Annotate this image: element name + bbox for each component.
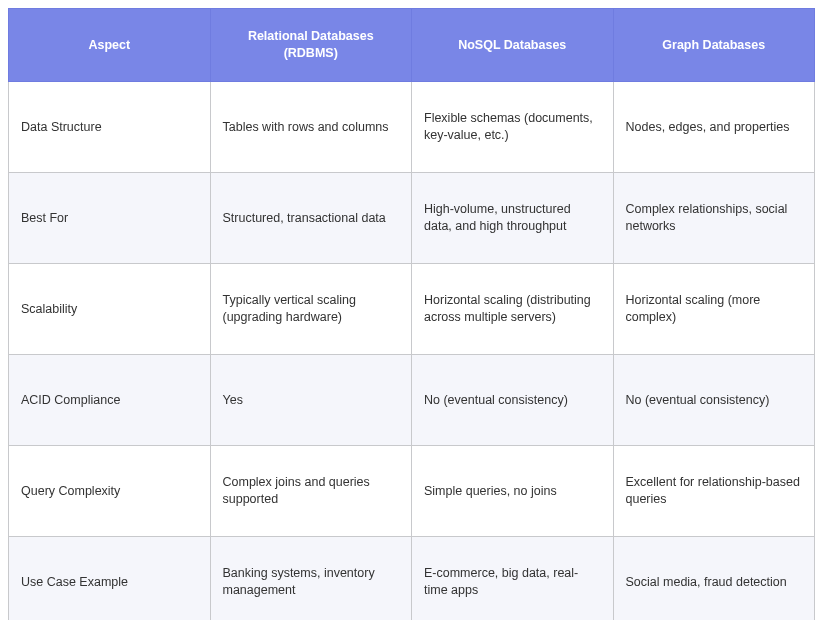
table-row: Use Case Example Banking systems, invent… (9, 537, 815, 621)
cell-nosql: Horizontal scaling (distributing across … (412, 264, 614, 355)
cell-rdbms: Yes (210, 355, 412, 446)
column-header-rdbms: Relational Databases (RDBMS) (210, 9, 412, 82)
cell-nosql: No (eventual consistency) (412, 355, 614, 446)
cell-nosql: E-commerce, big data, real-time apps (412, 537, 614, 621)
cell-graph: Social media, fraud detection (613, 537, 815, 621)
cell-graph: Horizontal scaling (more complex) (613, 264, 815, 355)
cell-graph: Excellent for relationship-based queries (613, 446, 815, 537)
column-header-graph: Graph Databases (613, 9, 815, 82)
cell-aspect: Use Case Example (9, 537, 211, 621)
cell-aspect: Data Structure (9, 82, 211, 173)
cell-aspect: ACID Compliance (9, 355, 211, 446)
database-comparison-table: Aspect Relational Databases (RDBMS) NoSQ… (8, 8, 815, 620)
table-row: Best For Structured, transactional data … (9, 173, 815, 264)
column-header-nosql: NoSQL Databases (412, 9, 614, 82)
cell-aspect: Scalability (9, 264, 211, 355)
cell-rdbms: Typically vertical scaling (upgrading ha… (210, 264, 412, 355)
cell-rdbms: Complex joins and queries supported (210, 446, 412, 537)
cell-graph: No (eventual consistency) (613, 355, 815, 446)
table-header-row: Aspect Relational Databases (RDBMS) NoSQ… (9, 9, 815, 82)
cell-rdbms: Structured, transactional data (210, 173, 412, 264)
cell-rdbms: Banking systems, inventory management (210, 537, 412, 621)
table-row: ACID Compliance Yes No (eventual consist… (9, 355, 815, 446)
cell-graph: Complex relationships, social networks (613, 173, 815, 264)
column-header-aspect: Aspect (9, 9, 211, 82)
table-row: Data Structure Tables with rows and colu… (9, 82, 815, 173)
cell-graph: Nodes, edges, and properties (613, 82, 815, 173)
cell-rdbms: Tables with rows and columns (210, 82, 412, 173)
cell-nosql: High-volume, unstructured data, and high… (412, 173, 614, 264)
cell-nosql: Simple queries, no joins (412, 446, 614, 537)
cell-aspect: Best For (9, 173, 211, 264)
table-row: Scalability Typically vertical scaling (… (9, 264, 815, 355)
table-row: Query Complexity Complex joins and queri… (9, 446, 815, 537)
cell-nosql: Flexible schemas (documents, key-value, … (412, 82, 614, 173)
cell-aspect: Query Complexity (9, 446, 211, 537)
